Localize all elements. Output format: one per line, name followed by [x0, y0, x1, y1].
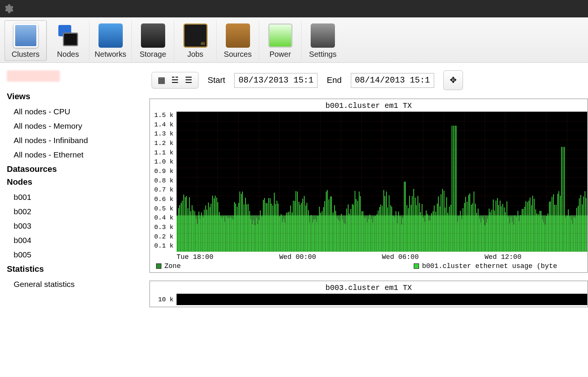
- legend-label-zone: Zone: [164, 262, 181, 270]
- tool-label: Settings: [303, 50, 342, 59]
- chart-title: b003.cluster em1 TX: [150, 281, 587, 294]
- y-tick: 0.3 k: [154, 224, 174, 231]
- end-label: End: [327, 75, 341, 85]
- legend-swatch-series: [414, 263, 419, 269]
- jobs-icon: [183, 23, 208, 48]
- tool-storage[interactable]: Storage: [132, 20, 174, 61]
- sidebar-node-item[interactable]: b005: [7, 248, 137, 262]
- statistics-heading: Statistics: [7, 264, 137, 274]
- app-topbar: [0, 0, 588, 17]
- sidebar-view-item[interactable]: All nodes - Memory: [7, 119, 137, 133]
- chart-b003-em1-tx: b003.cluster em1 TX 10 k: [149, 280, 588, 307]
- y-tick: 0.1 k: [154, 242, 174, 249]
- start-label: Start: [208, 75, 225, 85]
- sidebar-stat-item[interactable]: General statistics: [7, 277, 137, 291]
- y-tick: 1.0 k: [154, 158, 174, 165]
- end-datetime-input[interactable]: [351, 73, 434, 88]
- nodes-icon: [56, 23, 80, 48]
- tool-label: Nodes: [48, 50, 88, 59]
- tool-jobs[interactable]: Jobs: [174, 20, 217, 61]
- chart-plot-area[interactable]: [177, 112, 587, 252]
- chart-title: b001.cluster em1 TX: [150, 99, 587, 112]
- chart-x-axis: Tue 18:00Wed 00:00Wed 06:00Wed 12:00: [150, 252, 587, 262]
- grid-view-icon[interactable]: ▦: [156, 75, 166, 85]
- tool-power[interactable]: Power: [259, 20, 302, 61]
- y-tick: 0.2 k: [154, 233, 174, 240]
- expand-icon: ✥: [450, 75, 457, 85]
- legend-swatch-zone: [156, 263, 161, 269]
- settings-icon: [311, 23, 335, 48]
- tool-sources[interactable]: Sources: [217, 20, 259, 61]
- storage-icon: [141, 23, 165, 48]
- sidebar-node-item[interactable]: b003: [7, 219, 137, 233]
- gear-icon[interactable]: [3, 3, 14, 14]
- sidebar-node-item[interactable]: b004: [7, 233, 137, 248]
- y-tick: 0.6 k: [154, 196, 174, 203]
- tool-label: Networks: [91, 50, 130, 59]
- tool-settings[interactable]: Settings: [302, 20, 344, 61]
- expand-button[interactable]: ✥: [443, 70, 463, 90]
- redacted-logo: [7, 70, 60, 82]
- networks-icon: [99, 23, 123, 48]
- chart-legend: Zone b001.cluster ethernet usage (byte: [150, 262, 587, 271]
- controls-bar: ▦ ☱ ☰ Start End ✥: [149, 70, 588, 90]
- sources-icon: [226, 23, 250, 48]
- chart-b001-em1-tx: b001.cluster em1 TX 1.5 k1.4 k1.3 k1.2 k…: [149, 98, 588, 273]
- y-tick: 10 k: [158, 296, 174, 303]
- sidebar-node-item[interactable]: b001: [7, 190, 137, 204]
- y-tick: 1.1 k: [154, 149, 174, 156]
- tool-label: Power: [261, 50, 300, 59]
- x-tick: Tue 18:00: [177, 253, 279, 261]
- y-tick: 0.9 k: [154, 168, 174, 175]
- chart-y-axis: 10 k: [150, 294, 177, 305]
- sidebar-view-item[interactable]: All nodes - Infiniband: [7, 133, 137, 148]
- chart-plot-area[interactable]: [177, 294, 587, 305]
- tool-clusters[interactable]: Clusters: [5, 20, 47, 61]
- clusters-icon: [14, 23, 38, 48]
- y-tick: 0.4 k: [154, 214, 174, 221]
- tool-networks[interactable]: Networks: [89, 20, 132, 61]
- tool-label: Storage: [133, 50, 172, 59]
- x-tick: Wed 06:00: [382, 253, 485, 261]
- y-tick: 1.2 k: [154, 140, 174, 147]
- chart-y-axis: 1.5 k1.4 k1.3 k1.2 k1.1 k1.0 k0.9 k0.8 k…: [150, 112, 177, 252]
- sidebar-view-item[interactable]: All nodes - CPU: [7, 104, 137, 119]
- y-tick: 1.4 k: [154, 121, 174, 128]
- view-mode-switch: ▦ ☱ ☰: [152, 72, 199, 89]
- sidebar-view-item[interactable]: All nodes - Ethernet: [7, 148, 137, 162]
- y-tick: 1.5 k: [154, 112, 174, 119]
- y-tick: 1.3 k: [154, 130, 174, 137]
- y-tick: 0.7 k: [154, 186, 174, 193]
- tool-label: Sources: [218, 50, 257, 59]
- content-area: ▦ ☱ ☰ Start End ✥ b001.cluster em1 TX 1.…: [144, 63, 588, 377]
- start-datetime-input[interactable]: [234, 73, 317, 88]
- tool-label: Clusters: [6, 50, 45, 59]
- power-icon: [268, 23, 292, 48]
- main-toolbar: ClustersNodesNetworksStorageJobsSourcesP…: [0, 17, 588, 63]
- y-tick: 0.8 k: [154, 177, 174, 184]
- datasources-heading: Datasources: [7, 164, 137, 174]
- rows-view-icon[interactable]: ☰: [184, 75, 194, 85]
- sidebar-node-item[interactable]: b002: [7, 204, 137, 219]
- list-view-icon[interactable]: ☱: [170, 75, 180, 85]
- legend-label-series: b001.cluster ethernet usage (byte: [422, 262, 557, 270]
- sidebar: Views All nodes - CPUAll nodes - MemoryA…: [0, 63, 144, 377]
- x-tick: Wed 00:00: [279, 253, 382, 261]
- x-tick: Wed 12:00: [485, 253, 587, 261]
- tool-nodes[interactable]: Nodes: [47, 20, 89, 61]
- tool-label: Jobs: [176, 50, 215, 59]
- y-tick: 0.5 k: [154, 205, 174, 212]
- views-heading: Views: [7, 92, 137, 101]
- nodes-heading: Nodes: [7, 177, 137, 187]
